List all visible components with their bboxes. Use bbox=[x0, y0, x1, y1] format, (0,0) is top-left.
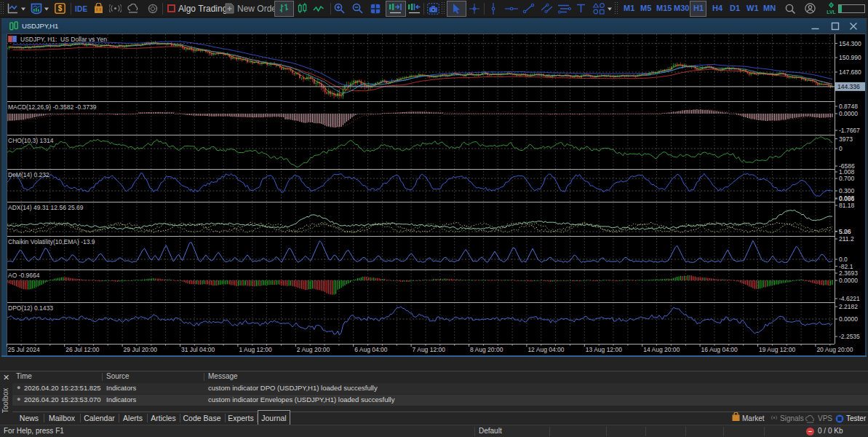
svg-text:2 Aug 20:00: 2 Aug 20:00 bbox=[297, 346, 330, 353]
svg-text:0.0000: 0.0000 bbox=[839, 315, 858, 323]
svg-text:MACD(12,26,9) -0.3582 -0.3739: MACD(12,26,9) -0.3582 -0.3739 bbox=[8, 103, 97, 111]
svg-text:0.300: 0.300 bbox=[839, 187, 855, 194]
svg-text:16 Aug 04:00: 16 Aug 04:00 bbox=[701, 346, 738, 353]
svg-text:0: 0 bbox=[839, 145, 843, 152]
svg-text:0.0000: 0.0000 bbox=[839, 277, 858, 284]
svg-text:14 Aug 20:00: 14 Aug 20:00 bbox=[643, 346, 680, 353]
svg-text:13 Aug 12:00: 13 Aug 12:00 bbox=[586, 346, 622, 353]
svg-text:25 Jul 2024: 25 Jul 2024 bbox=[8, 346, 40, 353]
svg-text:7 Aug 12:00: 7 Aug 12:00 bbox=[413, 346, 446, 353]
svg-text:3973: 3973 bbox=[839, 135, 853, 143]
svg-text:-4.6221: -4.6221 bbox=[839, 295, 860, 302]
svg-text:1 Aug 12:00: 1 Aug 12:00 bbox=[239, 346, 272, 353]
svg-text:0.008: 0.008 bbox=[839, 194, 855, 202]
svg-text:0.0: 0.0 bbox=[839, 256, 848, 263]
svg-text:2.2182: 2.2182 bbox=[839, 303, 858, 310]
svg-text:USDJPY, H1: US Dollar vs Yen: USDJPY, H1: US Dollar vs Yen bbox=[20, 36, 107, 43]
svg-text:6 Aug 04:00: 6 Aug 04:00 bbox=[354, 346, 388, 353]
svg-text:DeM(14) 0.232: DeM(14) 0.232 bbox=[8, 171, 49, 178]
svg-text:144.336: 144.336 bbox=[837, 83, 860, 90]
svg-text:20 Aug 20:00: 20 Aug 20:00 bbox=[816, 346, 853, 353]
svg-text:0.0000: 0.0000 bbox=[839, 110, 858, 117]
svg-text:12 Aug 04:00: 12 Aug 04:00 bbox=[527, 346, 564, 353]
svg-text:5.06: 5.06 bbox=[839, 228, 851, 235]
svg-text:CHO(10,3) 1314: CHO(10,3) 1314 bbox=[8, 137, 54, 144]
svg-text:AO -0.9664: AO -0.9664 bbox=[8, 272, 40, 279]
svg-text:31 Jul 04:00: 31 Jul 04:00 bbox=[181, 346, 215, 353]
svg-text:-1.7667: -1.7667 bbox=[839, 127, 860, 134]
svg-text:0.8748: 0.8748 bbox=[839, 103, 858, 110]
svg-text:-2.2535: -2.2535 bbox=[839, 333, 860, 340]
svg-text:147.680: 147.680 bbox=[839, 68, 861, 76]
svg-text:29 Jul 20:00: 29 Jul 20:00 bbox=[124, 346, 158, 353]
svg-text:Chaikin Volatility(10,EMA) -13: Chaikin Volatility(10,EMA) -13.9 bbox=[8, 238, 95, 245]
svg-text:ADX(14) 49.31 12.56 25.69: ADX(14) 49.31 12.56 25.69 bbox=[8, 204, 84, 211]
svg-text:DPO(12) 0.1433: DPO(12) 0.1433 bbox=[8, 304, 53, 312]
svg-text:2.3693: 2.3693 bbox=[839, 269, 858, 277]
svg-text:19 Aug 12:00: 19 Aug 12:00 bbox=[759, 346, 795, 353]
svg-text:$: $ bbox=[58, 4, 63, 12]
svg-text:81.18: 81.18 bbox=[839, 202, 855, 209]
svg-text:211.2: 211.2 bbox=[839, 235, 854, 243]
svg-text:LVL: LVL bbox=[827, 9, 836, 15]
svg-text:26 Jul 12:00: 26 Jul 12:00 bbox=[65, 346, 100, 353]
svg-text:154.300: 154.300 bbox=[839, 40, 861, 47]
svg-text:150.990: 150.990 bbox=[839, 54, 861, 61]
svg-text:8 Aug 20:00: 8 Aug 20:00 bbox=[470, 346, 503, 353]
svg-text:0.700: 0.700 bbox=[839, 175, 855, 182]
